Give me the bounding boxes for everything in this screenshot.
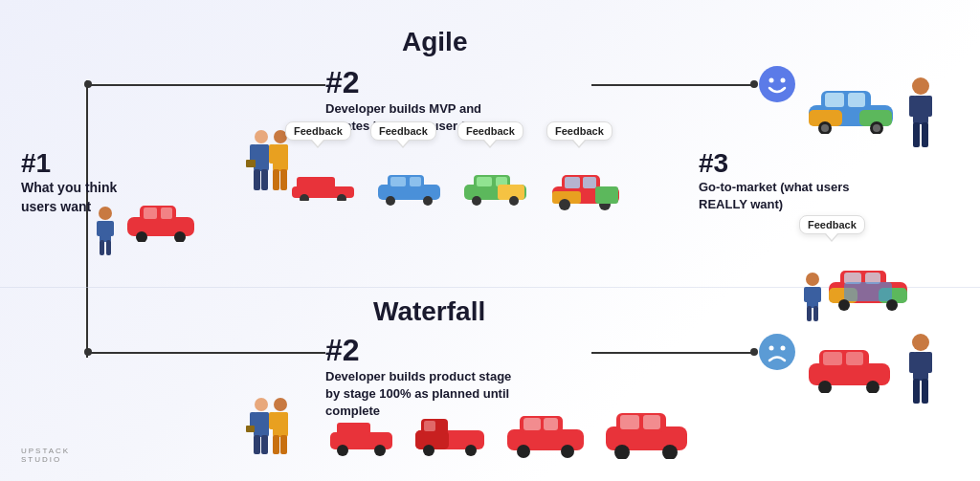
svg-point-88 xyxy=(374,445,386,456)
svg-point-28 xyxy=(423,196,433,206)
svg-rect-58 xyxy=(913,122,920,147)
svg-rect-130 xyxy=(823,352,842,365)
waterfall-car-4 xyxy=(601,404,692,463)
agile-car-1 xyxy=(287,167,359,205)
svg-rect-75 xyxy=(262,412,269,429)
svg-rect-43 xyxy=(595,186,618,204)
waterfall-final-car xyxy=(804,340,895,397)
svg-point-107 xyxy=(912,334,929,351)
svg-rect-131 xyxy=(846,352,863,365)
upstack-logo: UPSTACK STUDIO xyxy=(21,447,70,464)
svg-point-100 xyxy=(561,445,574,458)
svg-rect-104 xyxy=(643,415,660,429)
agile-car-4 xyxy=(547,167,624,214)
step3-number: #3 xyxy=(699,148,852,179)
svg-rect-112 xyxy=(922,379,928,404)
svg-point-5 xyxy=(781,346,786,351)
svg-point-27 xyxy=(386,196,395,206)
svg-point-3 xyxy=(759,334,795,370)
svg-rect-25 xyxy=(390,177,406,186)
svg-point-51 xyxy=(821,124,829,132)
svg-point-127 xyxy=(886,299,898,311)
svg-point-53 xyxy=(873,124,880,132)
svg-rect-31 xyxy=(477,177,492,186)
diagram-container: { "agile": { "title": "Agile", "step2_nu… xyxy=(0,0,980,481)
svg-rect-39 xyxy=(565,177,580,188)
svg-point-54 xyxy=(912,77,929,95)
waterfall-line-left xyxy=(86,352,325,354)
svg-rect-68 xyxy=(144,208,157,219)
step1-number: #1 xyxy=(21,148,145,179)
svg-rect-77 xyxy=(261,435,268,454)
svg-rect-82 xyxy=(281,412,288,429)
svg-rect-86 xyxy=(337,423,370,436)
svg-rect-15 xyxy=(269,144,276,164)
svg-rect-103 xyxy=(620,415,639,429)
waterfall-title: Waterfall xyxy=(373,296,485,327)
agile-step2-number: #2 xyxy=(325,65,517,100)
svg-rect-17 xyxy=(273,169,279,190)
svg-rect-63 xyxy=(108,221,114,236)
agile-dot-right xyxy=(750,80,758,88)
svg-rect-109 xyxy=(909,352,916,373)
svg-rect-46 xyxy=(825,93,844,107)
svg-rect-76 xyxy=(254,435,260,454)
upstack-logo-main: UPSTACK xyxy=(21,447,70,455)
upstack-logo-sub: STUDIO xyxy=(21,455,70,464)
svg-point-2 xyxy=(781,78,786,83)
agile-line-left xyxy=(86,84,325,86)
svg-point-1 xyxy=(769,78,774,83)
svg-point-72 xyxy=(255,398,268,411)
svg-rect-26 xyxy=(410,177,421,186)
step3-car xyxy=(825,261,911,315)
svg-rect-115 xyxy=(804,287,810,302)
feedback-bubble-2: Feedback xyxy=(370,121,436,141)
svg-rect-9 xyxy=(262,144,269,164)
feedback-bubble-1: Feedback xyxy=(285,121,351,141)
svg-point-93 xyxy=(423,445,434,456)
vertical-line-left xyxy=(86,84,88,352)
sad-emoji xyxy=(758,333,796,375)
svg-rect-116 xyxy=(815,287,821,302)
svg-rect-125 xyxy=(844,282,892,301)
svg-rect-10 xyxy=(254,169,260,190)
waterfall-step2-number: #2 xyxy=(325,333,517,368)
svg-point-0 xyxy=(759,66,795,102)
svg-rect-64 xyxy=(100,240,104,255)
waterfall-car-3 xyxy=(502,406,589,463)
svg-point-87 xyxy=(337,445,348,456)
step3-person xyxy=(799,273,826,326)
svg-rect-111 xyxy=(913,379,920,404)
svg-rect-47 xyxy=(848,93,865,107)
svg-rect-11 xyxy=(261,169,268,190)
waterfall-step2: #2 Developer builds product stage by sta… xyxy=(325,333,517,421)
waterfall-car-2 xyxy=(412,409,488,461)
svg-rect-12 xyxy=(246,160,256,167)
svg-point-60 xyxy=(99,207,112,220)
step1-car xyxy=(122,196,199,246)
svg-point-94 xyxy=(465,445,477,456)
svg-point-4 xyxy=(769,346,774,351)
svg-rect-40 xyxy=(583,177,596,188)
svg-rect-62 xyxy=(97,221,102,236)
svg-point-126 xyxy=(838,299,850,311)
svg-rect-81 xyxy=(269,412,276,429)
step3: #3 Go-to-market (what users REALLY want) xyxy=(699,148,852,213)
agile-car-2 xyxy=(373,167,445,209)
waterfall-person-group xyxy=(244,397,297,477)
step1-person xyxy=(91,206,120,262)
svg-rect-69 xyxy=(161,208,172,219)
svg-point-113 xyxy=(806,273,819,286)
agile-dot-left xyxy=(84,80,92,88)
feedback-bubble-3: Feedback xyxy=(457,121,523,141)
svg-rect-97 xyxy=(523,418,541,430)
svg-rect-57 xyxy=(925,96,932,117)
svg-rect-83 xyxy=(273,435,279,454)
svg-rect-118 xyxy=(813,306,818,321)
svg-rect-98 xyxy=(544,418,558,430)
step3-feedback-bubble: Feedback xyxy=(799,215,865,234)
svg-rect-117 xyxy=(807,306,812,321)
svg-rect-20 xyxy=(297,177,335,190)
svg-point-35 xyxy=(509,196,519,206)
waterfall-car-1 xyxy=(325,411,397,461)
